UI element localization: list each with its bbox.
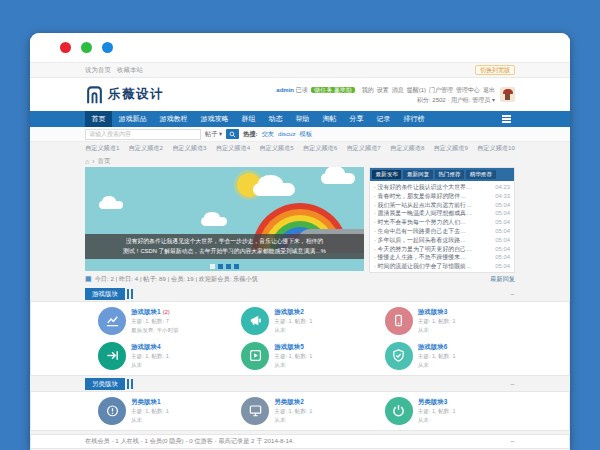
nav-item-10[interactable]: 记录 [370, 111, 397, 127]
user-menu-link[interactable]: 管理中心 [456, 87, 480, 93]
forum-icon-circle[interactable] [98, 307, 126, 335]
feed-row: · 时间的流逝让我们学会了珍惜眼前…05:04 [374, 262, 510, 271]
feed-post-title[interactable]: · 时光不会辜负每一个努力的人们… [374, 218, 466, 227]
carousel-slide[interactable]: 没有好的条件让我遇见这个大世界，学会一步步走，音乐让心慢下来，相伴的 测试！CS… [85, 167, 364, 271]
avatar[interactable] [500, 87, 515, 102]
nav-item-1[interactable]: 首页 [85, 111, 112, 127]
feed-post-time: 05:04 [495, 218, 510, 227]
search-category-dropdown[interactable]: 帖子 ▾ [205, 130, 222, 139]
breadcrumb-sep: › [92, 158, 94, 165]
hot-search-link[interactable]: discuz [278, 130, 296, 137]
user-menu-link[interactable]: 设置 [377, 87, 389, 93]
feed-post-title[interactable]: · 慢慢走人生路，不急不躁慢慢来… [374, 253, 466, 262]
forum-name-link[interactable]: 游戏版块5 [274, 343, 312, 352]
feed-tab-1[interactable]: 最新发布 [372, 170, 401, 179]
feed-post-title[interactable]: · 多年以后，一起回头看看这段路… [374, 236, 466, 245]
collapse-icon[interactable]: − [510, 437, 515, 446]
tag-link[interactable]: 自定义频道1 [85, 144, 119, 153]
feed-post-time: 04:33 [495, 192, 510, 201]
section-card: 游戏版块1 (2)主题: 1, 帖数: 7最后发表: 半小时前游戏版块2主题: … [30, 301, 570, 376]
tag-link[interactable]: 自定义频道5 [259, 144, 293, 153]
feed-post-title[interactable]: · 生命中总有一段路要自己走下去… [374, 227, 466, 236]
search-input[interactable] [85, 129, 201, 140]
task-pill[interactable]: 做任务 赢奖励 [311, 87, 355, 93]
forum-name-link[interactable]: 游戏版块2 [274, 308, 312, 317]
username-link[interactable]: admin [276, 87, 294, 93]
menu-icon[interactable] [498, 111, 515, 127]
switch-wide-button[interactable]: 切换到宽版 [475, 65, 515, 75]
tag-link[interactable]: 自定义频道7 [346, 144, 380, 153]
feed-post-title[interactable]: · 我们第一站从起点出发向远方前行… [374, 201, 472, 210]
forum-icon-circle[interactable] [241, 307, 269, 335]
feed-post-title[interactable]: · 没有好的条件让我认识这个大世界… [374, 183, 472, 192]
nav-item-4[interactable]: 游戏攻略 [194, 111, 235, 127]
site-logo[interactable]: 乐薇设计 [85, 85, 164, 104]
forum-name-link[interactable]: 另类版块1 [131, 398, 169, 407]
forum-name-link[interactable]: 游戏版块4 [131, 343, 169, 352]
tag-link[interactable]: 自定义频道2 [129, 144, 163, 153]
section-title[interactable]: 游戏版块 [85, 288, 125, 300]
close-dot[interactable] [60, 42, 71, 53]
user-menu-link[interactable]: 退出 [483, 87, 495, 93]
tag-link[interactable]: 自定义频道6 [303, 144, 337, 153]
collapse-icon[interactable]: − [510, 290, 515, 299]
forum-icon-circle[interactable] [98, 397, 126, 425]
forum-icon-circle[interactable] [385, 397, 413, 425]
feed-post-title[interactable]: · 今天的努力是为了明天更好的自己… [374, 245, 472, 254]
minimize-dot[interactable] [81, 42, 92, 53]
carousel-dot[interactable] [226, 264, 231, 269]
forum-name-link[interactable]: 游戏版块3 [418, 308, 456, 317]
nav-item-11[interactable]: 排行榜 [397, 111, 431, 127]
forum-icon-circle[interactable] [385, 342, 413, 370]
feed-post-title[interactable]: · 青春时光，朋友是你最好的陪伴… [374, 192, 466, 201]
carousel-pagination [85, 264, 364, 269]
nav-item-7[interactable]: 帮助 [289, 111, 316, 127]
tag-link[interactable]: 自定义频道8 [390, 144, 424, 153]
forum-name-link[interactable]: 另类版块3 [418, 398, 456, 407]
feed-post-title[interactable]: · 愿清晨是一晚温柔人间理想都成真… [374, 209, 472, 218]
forum-icon-circle[interactable] [241, 342, 269, 370]
topbar-link[interactable]: 收藏本站 [117, 66, 143, 75]
forum-lastpost: 从未 [418, 361, 456, 370]
carousel-dot[interactable] [218, 264, 223, 269]
user-menu-link[interactable]: 提醒(1) [407, 87, 426, 93]
user-menu-link[interactable]: 消息 [392, 87, 404, 93]
carousel-dot[interactable] [210, 264, 215, 269]
nav-item-2[interactable]: 游戏新品 [112, 111, 153, 127]
tag-link[interactable]: 自定义频道3 [172, 144, 206, 153]
tag-link[interactable]: 自定义频道10 [477, 144, 515, 153]
feed-post-title[interactable]: · 时间的流逝让我们学会了珍惜眼前… [374, 262, 472, 271]
carousel-dot[interactable] [234, 264, 239, 269]
forum-name-link[interactable]: 另类版块2 [274, 398, 312, 407]
breadcrumb-current[interactable]: 首页 [97, 157, 110, 166]
user-menu-link[interactable]: 我的 [362, 87, 374, 93]
forum-icon-circle[interactable] [385, 307, 413, 335]
forum-name-link[interactable]: 游戏版块6 [418, 343, 456, 352]
user-menu-link[interactable]: 门户管理 [429, 87, 453, 93]
tag-link[interactable]: 自定义频道9 [434, 144, 468, 153]
collapse-icon[interactable]: − [510, 380, 515, 389]
nav-item-3[interactable]: 游戏教程 [153, 111, 194, 127]
topbar-link[interactable]: 设为首页 [85, 66, 111, 75]
hot-search-link[interactable]: 模板 [300, 130, 312, 137]
forum-name-link[interactable]: 游戏版块1 (2) [131, 308, 179, 317]
feed-row: · 今天的努力是为了明天更好的自己…05:04 [374, 245, 510, 254]
feed-tab-4[interactable]: 精华推荐 [466, 170, 495, 179]
feed-tab-2[interactable]: 最新回复 [403, 170, 432, 179]
nav-item-8[interactable]: 淘帖 [316, 111, 343, 127]
feed-row: · 慢慢走人生路，不急不躁慢慢来…05:04 [374, 253, 510, 262]
maximize-dot[interactable] [102, 42, 113, 53]
tag-link[interactable]: 自定义频道4 [216, 144, 250, 153]
search-button[interactable] [226, 129, 239, 139]
user-area: admin 已读 做任务 赢奖励 我的设置消息提醒(1)门户管理管理中心退出 积… [276, 85, 515, 105]
feed-tab-3[interactable]: 热门推荐 [435, 170, 464, 179]
nav-item-6[interactable]: 动态 [262, 111, 289, 127]
forum-icon-circle[interactable] [241, 397, 269, 425]
nav-item-5[interactable]: 群组 [235, 111, 262, 127]
hot-search-link[interactable]: 交友 [262, 130, 274, 137]
forum-item: 另类版块2主题: 1, 帖数: 1从未 [228, 397, 371, 425]
forum-icon-circle[interactable] [98, 342, 126, 370]
section-title[interactable]: 另类版块 [85, 378, 125, 390]
latest-reply-link[interactable]: 最新回复 [490, 275, 515, 284]
nav-item-9[interactable]: 分享 [343, 111, 370, 127]
